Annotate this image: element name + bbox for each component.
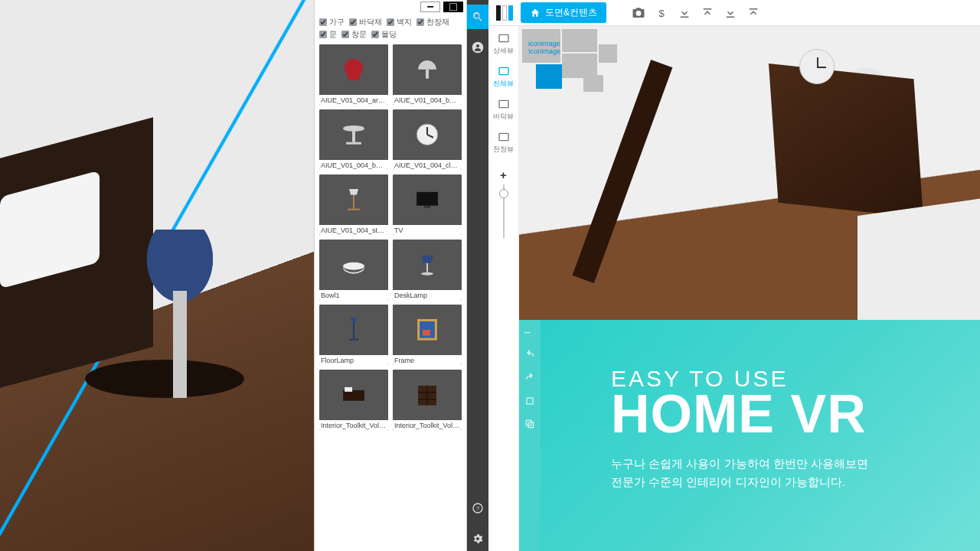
filter-6[interactable]: 몰딩 bbox=[371, 29, 397, 40]
asset-thumb bbox=[319, 370, 388, 420]
side-strip: ? bbox=[467, 0, 488, 551]
asset-card[interactable]: AIUE_V01_004_bedsidetable bbox=[319, 109, 388, 170]
filter-label: 몰딩 bbox=[381, 29, 397, 40]
minimap[interactable]: iconImageIconImage bbox=[522, 29, 622, 98]
asset-caption: FloorLamp bbox=[319, 355, 388, 365]
svg-rect-7 bbox=[416, 192, 438, 206]
secondary-3d-viewport[interactable]: iconImageIconImage bbox=[519, 26, 980, 320]
redo-icon[interactable] bbox=[524, 372, 536, 384]
svg-rect-2 bbox=[352, 129, 355, 142]
filter-checkbox[interactable] bbox=[319, 31, 327, 38]
filter-3[interactable]: 천장재 bbox=[416, 17, 449, 28]
asset-card[interactable]: AIUE_V01_004_standinglamp bbox=[319, 174, 388, 235]
asset-thumb bbox=[393, 305, 462, 355]
filter-checkbox[interactable] bbox=[371, 31, 379, 38]
zoom-control[interactable]: + bbox=[488, 168, 519, 238]
promo-banner: − EASY TO USE HOME VR 누구나 손쉽게 사용이 가능하여 한… bbox=[519, 320, 980, 551]
filter-0[interactable]: 가구 bbox=[319, 17, 345, 28]
filter-checkbox[interactable] bbox=[416, 18, 424, 26]
asset-caption: AIUE_V01_004_standinglamp bbox=[319, 225, 388, 235]
filter-2[interactable]: 벽지 bbox=[387, 17, 412, 28]
zoom-knob[interactable] bbox=[499, 189, 508, 198]
filter-1[interactable]: 바닥재 bbox=[349, 17, 382, 28]
asset-thumb bbox=[319, 240, 388, 290]
svg-rect-0 bbox=[426, 70, 429, 79]
dresser-mesh bbox=[769, 64, 923, 218]
help-icon[interactable]: ? bbox=[467, 496, 488, 520]
svg-rect-28 bbox=[499, 67, 508, 74]
layers-icon[interactable] bbox=[524, 418, 536, 430]
wallclock-mesh bbox=[799, 49, 835, 84]
asset-thumb bbox=[393, 44, 462, 95]
filter-4[interactable]: 문 bbox=[319, 29, 337, 40]
search-icon[interactable] bbox=[467, 5, 488, 29]
settings-icon[interactable] bbox=[467, 527, 488, 551]
asset-card[interactable]: AIUE_V01_004_armchair bbox=[319, 44, 388, 105]
viewtab-iconview[interactable]: 상세뷰 bbox=[488, 29, 519, 60]
asset-card[interactable]: AIUE_V01_004_clock bbox=[393, 109, 462, 170]
camera-icon[interactable] bbox=[631, 5, 646, 21]
asset-thumb bbox=[393, 109, 462, 160]
asset-thumb bbox=[393, 370, 462, 420]
zoom-plus-icon[interactable]: + bbox=[500, 168, 507, 181]
filter-checkbox[interactable] bbox=[349, 18, 357, 26]
asset-caption: AIUE_V01_004_armchair bbox=[319, 95, 388, 105]
main-3d-viewport[interactable] bbox=[0, 0, 314, 551]
price-icon[interactable]: $ bbox=[654, 5, 669, 21]
svg-text:$: $ bbox=[658, 7, 665, 18]
viewtab-fullview[interactable]: 전체뷰 bbox=[488, 62, 519, 93]
asset-caption: Interior_Toolkit_Vol_1_Bed bbox=[319, 420, 388, 430]
plan-content-button[interactable]: 도면&컨텐츠 bbox=[521, 2, 606, 23]
zoom-track[interactable] bbox=[503, 184, 505, 238]
svg-rect-12 bbox=[353, 322, 354, 339]
asset-thumb bbox=[393, 240, 462, 290]
undo-icon[interactable] bbox=[524, 349, 536, 361]
color-swatches[interactable] bbox=[496, 5, 513, 21]
asset-caption: AIUE_V01_004_bedsidelamp bbox=[393, 95, 462, 105]
filter-checkbox[interactable] bbox=[387, 18, 394, 26]
svg-rect-10 bbox=[426, 263, 428, 272]
asset-card[interactable]: Interior_Toolkit_Vol_1_Dresser bbox=[393, 370, 462, 430]
asset-card[interactable]: AIUE_V01_004_bedsidelamp bbox=[393, 44, 462, 105]
filter-checkbox[interactable] bbox=[319, 18, 327, 26]
asset-caption: Frame bbox=[393, 355, 462, 365]
viewtab-floorview[interactable]: 바닥뷰 bbox=[488, 95, 519, 126]
maximize-button[interactable]: □ bbox=[443, 2, 463, 12]
viewtab-label: 상세뷰 bbox=[493, 46, 514, 56]
asset-thumb bbox=[319, 109, 388, 160]
minimize-button[interactable]: − bbox=[420, 2, 440, 12]
filter-5[interactable]: 창문 bbox=[341, 29, 367, 40]
upload-icon[interactable] bbox=[700, 5, 715, 21]
asset-caption: AIUE_V01_004_clock bbox=[393, 160, 462, 170]
svg-rect-27 bbox=[499, 34, 508, 41]
svg-text:?: ? bbox=[476, 505, 479, 512]
viewtab-label: 전체뷰 bbox=[493, 79, 514, 89]
svg-rect-16 bbox=[423, 330, 430, 336]
filter-checkbox[interactable] bbox=[341, 31, 349, 38]
asset-card[interactable]: FloorLamp bbox=[319, 305, 388, 365]
svg-rect-31 bbox=[527, 398, 533, 404]
category-filters: 가구바닥재벽지천장재문창문몰딩 bbox=[315, 14, 466, 44]
viewtab-ceilview[interactable]: 천장뷰 bbox=[488, 128, 519, 159]
edit-toolstrip: − bbox=[519, 320, 541, 551]
asset-scroll[interactable]: AIUE_V01_004_armchair AIUE_V01_004_bedsi… bbox=[315, 44, 466, 551]
crop-icon[interactable] bbox=[524, 395, 536, 407]
zoomout-icon[interactable]: − bbox=[524, 326, 536, 338]
asset-thumb bbox=[319, 44, 388, 95]
asset-card[interactable]: DeskLamp bbox=[393, 240, 462, 300]
svg-rect-8 bbox=[424, 206, 430, 208]
upload-2-icon[interactable] bbox=[746, 5, 761, 21]
bed2-mesh bbox=[858, 194, 980, 338]
asset-card[interactable]: TV bbox=[393, 174, 462, 235]
svg-rect-29 bbox=[499, 100, 508, 107]
download-icon[interactable] bbox=[677, 5, 692, 21]
user-icon[interactable] bbox=[467, 35, 488, 60]
asset-caption: Interior_Toolkit_Vol_1_Dresser bbox=[393, 420, 462, 430]
asset-card[interactable]: Interior_Toolkit_Vol_1_Bed bbox=[319, 370, 388, 430]
download-2-icon[interactable] bbox=[723, 5, 738, 21]
filter-label: 천장재 bbox=[426, 17, 449, 28]
asset-card[interactable]: Frame bbox=[393, 305, 462, 365]
asset-card[interactable]: Bowl1 bbox=[319, 240, 388, 300]
plan-content-label: 도면&컨텐츠 bbox=[545, 6, 597, 19]
asset-caption: Bowl1 bbox=[319, 290, 388, 300]
